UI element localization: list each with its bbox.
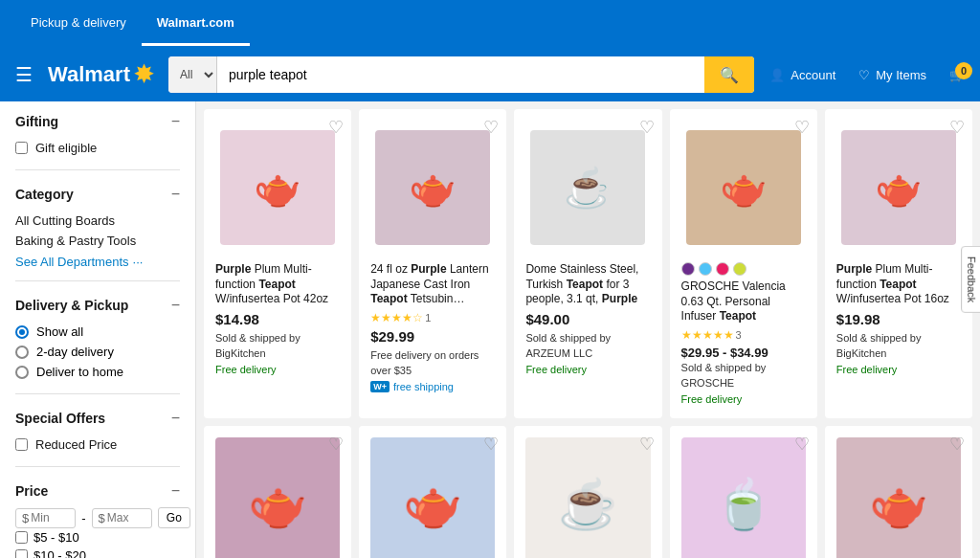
product-card-2[interactable]: ♡ 🫖 24 fl oz Purple Lantern Japanese Cas… bbox=[359, 109, 506, 418]
product-seller-2: Free delivery on orders over $35 bbox=[370, 347, 495, 379]
product-rating-4: ★★★★★ 3 bbox=[681, 328, 806, 342]
see-all-label: See All Departments bbox=[15, 255, 129, 269]
product-price-4: $29.95 - $34.99 bbox=[681, 346, 806, 360]
product-title-5: Purple Plum Multi-function Teapot W/infu… bbox=[836, 262, 961, 307]
deliver-home-radio[interactable] bbox=[15, 366, 29, 379]
gift-eligible-item[interactable]: Gift eligible bbox=[15, 138, 180, 158]
product-card-3[interactable]: ♡ ☕ Dome Stainless Steel, Turkish Teapot… bbox=[514, 109, 661, 418]
reduced-price-checkbox[interactable] bbox=[15, 438, 28, 451]
delivery-header: Delivery & Pickup − bbox=[15, 297, 180, 314]
product-card-1[interactable]: ♡ 🫖 Purple Plum Multi-function Teapot W/… bbox=[204, 109, 351, 418]
account-label: Account bbox=[791, 68, 835, 82]
swatch-purple[interactable] bbox=[681, 262, 695, 276]
show-all-option[interactable]: Show all bbox=[15, 322, 180, 342]
walmart-logo-text: Walmart bbox=[48, 62, 130, 87]
price-go-button[interactable]: Go bbox=[158, 507, 190, 528]
menu-icon[interactable]: ☰ bbox=[15, 63, 33, 86]
feedback-tab[interactable]: Feedback bbox=[961, 245, 980, 312]
two-day-radio[interactable] bbox=[15, 346, 29, 359]
reduced-price-item[interactable]: Reduced Price bbox=[15, 435, 180, 455]
product-card-5[interactable]: ♡ 🫖 Purple Plum Multi-function Teapot W/… bbox=[825, 109, 972, 418]
product-card-8[interactable]: ♡ ☕ bbox=[514, 426, 661, 558]
my-items-action[interactable]: ♡ My Items bbox=[858, 68, 926, 82]
swatch-blue[interactable] bbox=[699, 262, 712, 276]
product-image-2: 🫖 bbox=[370, 121, 495, 255]
product-price-5: $19.98 bbox=[836, 311, 961, 327]
account-action[interactable]: 👤 Account bbox=[769, 68, 835, 82]
product-rating-2: ★★★★☆ 1 bbox=[370, 311, 495, 324]
wishlist-btn-4[interactable]: ♡ bbox=[794, 117, 810, 138]
see-all-departments[interactable]: See All Departments ··· bbox=[15, 255, 180, 269]
sidebar-category-section: Category − All Cutting Boards Baking & P… bbox=[15, 186, 180, 281]
show-all-radio[interactable] bbox=[15, 325, 29, 339]
price-dash: - bbox=[81, 511, 85, 525]
price-5-10-checkbox[interactable] bbox=[15, 531, 28, 544]
search-bar: All 🔍 bbox=[168, 56, 754, 93]
price-collapse-icon[interactable]: − bbox=[171, 482, 180, 500]
gifting-title: Gifting bbox=[15, 114, 58, 129]
product-image-8: ☕ bbox=[525, 437, 650, 558]
search-category-dropdown[interactable]: All bbox=[168, 56, 217, 93]
wishlist-btn-1[interactable]: ♡ bbox=[328, 117, 344, 138]
cart-count: 0 bbox=[955, 62, 972, 79]
swatch-pink[interactable] bbox=[716, 262, 729, 276]
wishlist-btn-2[interactable]: ♡ bbox=[483, 117, 499, 138]
gifting-header: Gifting − bbox=[15, 113, 180, 130]
wishlist-btn-6[interactable]: ♡ bbox=[328, 434, 344, 455]
wishlist-btn-7[interactable]: ♡ bbox=[483, 434, 499, 455]
tab-walmart-com[interactable]: Walmart.com bbox=[142, 2, 250, 46]
product-image-4: 🫖 bbox=[681, 121, 806, 255]
wishlist-btn-10[interactable]: ♡ bbox=[949, 434, 965, 455]
gifting-collapse-icon[interactable]: − bbox=[171, 113, 180, 130]
header: ☰ Walmart✸ All 🔍 👤 Account ♡ My Items 🛒 … bbox=[0, 48, 980, 101]
delivery-collapse-icon[interactable]: − bbox=[171, 297, 180, 314]
cutting-boards-item[interactable]: All Cutting Boards bbox=[15, 211, 180, 231]
two-day-option[interactable]: 2-day delivery bbox=[15, 342, 180, 362]
price-title: Price bbox=[15, 483, 48, 499]
tab-pickup-delivery[interactable]: Pickup & delivery bbox=[15, 2, 142, 46]
product-grid-row1: ♡ 🫖 Purple Plum Multi-function Teapot W/… bbox=[204, 109, 972, 418]
gift-eligible-checkbox[interactable] bbox=[15, 142, 28, 154]
delivery-title: Delivery & Pickup bbox=[15, 298, 128, 313]
deliver-home-option[interactable]: Deliver to home bbox=[15, 362, 180, 382]
product-card-10[interactable]: ♡ 🫖 bbox=[825, 426, 972, 558]
walmart-logo: Walmart✸ bbox=[48, 61, 153, 88]
sidebar-delivery-section: Delivery & Pickup − Show all 2-day deliv… bbox=[15, 297, 180, 394]
cart-action[interactable]: 🛒 0 bbox=[949, 68, 965, 82]
category-collapse-icon[interactable]: − bbox=[171, 186, 180, 203]
product-card-4[interactable]: ♡ 🫖 GROSCHE Valencia 0.63 Qt. Personal I… bbox=[670, 109, 817, 418]
price-5-10[interactable]: $5 - $10 bbox=[15, 528, 180, 547]
sidebar-gifting-section: Gifting − Gift eligible bbox=[15, 113, 180, 170]
product-image-6: 🫖 bbox=[215, 437, 340, 558]
special-offers-collapse-icon[interactable]: − bbox=[171, 410, 180, 427]
product-price-3: $49.00 bbox=[525, 311, 650, 327]
baking-tools-item[interactable]: Baking & Pastry Tools bbox=[15, 231, 180, 251]
sidebar-special-offers-section: Special Offers − Reduced Price bbox=[15, 410, 180, 467]
product-title-3: Dome Stainless Steel, Turkish Teapot for… bbox=[525, 262, 650, 307]
product-card-9[interactable]: ♡ 🍵 bbox=[670, 426, 817, 558]
heart-icon: ♡ bbox=[858, 68, 870, 82]
wishlist-btn-8[interactable]: ♡ bbox=[639, 434, 655, 455]
main-layout: Gifting − Gift eligible Category − All C… bbox=[0, 101, 980, 558]
two-day-label: 2-day delivery bbox=[36, 345, 114, 359]
wishlist-btn-5[interactable]: ♡ bbox=[949, 117, 965, 138]
sidebar-price-section: Price − $ - $ Go $5 - $10 bbox=[15, 482, 180, 558]
product-title-1: Purple Plum Multi-function Teapot W/infu… bbox=[215, 262, 340, 307]
product-price-2: $29.99 bbox=[370, 328, 495, 345]
wishlist-btn-3[interactable]: ♡ bbox=[639, 117, 655, 138]
product-card-7[interactable]: ♡ 🫖 bbox=[359, 426, 506, 558]
search-input[interactable] bbox=[217, 56, 704, 93]
price-min-input[interactable] bbox=[31, 511, 69, 525]
product-card-6[interactable]: ♡ 🫖 bbox=[204, 426, 351, 558]
reduced-price-label: Reduced Price bbox=[35, 437, 117, 452]
price-5-10-label: $5 - $10 bbox=[33, 530, 79, 545]
product-image-7: 🫖 bbox=[370, 437, 495, 558]
price-10-20-checkbox[interactable] bbox=[15, 549, 28, 558]
price-10-20[interactable]: $10 - $20 bbox=[15, 547, 180, 558]
search-button[interactable]: 🔍 bbox=[704, 56, 754, 93]
wishlist-btn-9[interactable]: ♡ bbox=[794, 434, 810, 455]
swatch-yellow[interactable] bbox=[733, 262, 746, 276]
price-10-20-label: $10 - $20 bbox=[33, 548, 86, 558]
price-max-input[interactable] bbox=[107, 511, 145, 525]
special-offers-header: Special Offers − bbox=[15, 410, 180, 427]
